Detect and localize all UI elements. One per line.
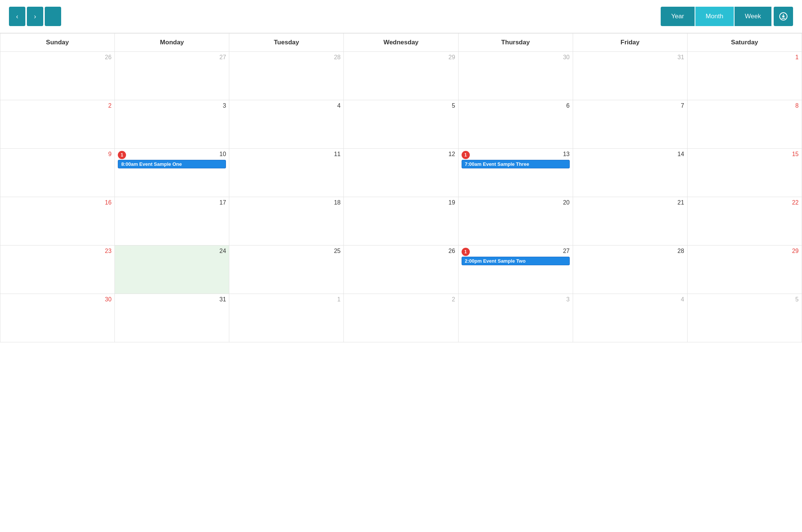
event-bar[interactable]: 7:00am Event Sample Three [462, 160, 570, 168]
day-number: 2 [3, 102, 111, 109]
day-number: 26 [3, 54, 111, 61]
calendar-cell[interactable]: 11 [229, 149, 344, 197]
calendar-cell[interactable]: 15 [687, 149, 802, 197]
day-number: 16 [3, 199, 111, 206]
day-header-thursday: Thursday [458, 34, 573, 52]
calendar-cell[interactable]: 26 [344, 246, 458, 294]
calendar-cell[interactable]: 12 [344, 149, 458, 197]
calendar-cell[interactable]: 3 [115, 100, 229, 149]
week-view-button[interactable]: Week [735, 7, 771, 26]
day-number: 9 [3, 151, 111, 158]
day-header-friday: Friday [573, 34, 687, 52]
calendar-cell[interactable]: 24 [115, 246, 229, 294]
day-number: 15 [691, 151, 799, 158]
day-header-tuesday: Tuesday [229, 34, 344, 52]
day-number: 3 [118, 102, 226, 109]
day-number: 19 [347, 199, 455, 206]
day-number: 13 [462, 151, 570, 158]
calendar-cell[interactable]: 22 [687, 197, 802, 246]
calendar-cell[interactable]: 1 [687, 52, 802, 100]
day-number: 30 [3, 296, 111, 303]
calendar-cell[interactable]: 2 [344, 294, 458, 342]
calendar-cell[interactable]: 21 [573, 197, 687, 246]
event-count-badge: 1 [462, 151, 470, 159]
next-button[interactable]: › [27, 7, 43, 26]
nav-controls: ‹ › [9, 7, 61, 26]
calendar-week-2: 91018:00am Event Sample One11121317:00am… [0, 149, 802, 197]
day-number: 6 [462, 102, 570, 109]
calendar-cell[interactable]: 25 [229, 246, 344, 294]
day-number: 31 [118, 296, 226, 303]
calendar-cell[interactable]: 8 [687, 100, 802, 149]
calendar-cell[interactable]: 9 [0, 149, 115, 197]
download-button[interactable] [774, 7, 793, 26]
event-bar[interactable]: 8:00am Event Sample One [118, 160, 226, 168]
calendar-cell[interactable]: 17 [115, 197, 229, 246]
day-number: 29 [691, 248, 799, 254]
calendar-cell[interactable]: 28 [229, 52, 344, 100]
day-header-wednesday: Wednesday [344, 34, 458, 52]
calendar-week-3: 16171819202122 [0, 197, 802, 246]
calendar-cell[interactable]: 4 [229, 100, 344, 149]
calendar-cell[interactable]: 27 [115, 52, 229, 100]
calendar-cell[interactable]: 26 [0, 52, 115, 100]
day-number: 18 [232, 199, 340, 206]
calendar-cell[interactable]: 6 [458, 100, 573, 149]
day-number: 24 [118, 248, 226, 254]
day-number: 2 [347, 296, 455, 303]
day-number: 22 [691, 199, 799, 206]
day-header-monday: Monday [115, 34, 229, 52]
calendar-cell[interactable]: 30 [458, 52, 573, 100]
calendar-cell[interactable]: 29 [687, 246, 802, 294]
day-number: 20 [462, 199, 570, 206]
today-button[interactable] [45, 7, 61, 26]
calendar-cell[interactable]: 28 [573, 246, 687, 294]
calendar-cell[interactable]: 4 [573, 294, 687, 342]
calendar-cell[interactable]: 29 [344, 52, 458, 100]
calendar-cell[interactable]: 1317:00am Event Sample Three [458, 149, 573, 197]
calendar-cell[interactable]: 5 [344, 100, 458, 149]
calendar-week-5: 303112345 [0, 294, 802, 342]
calendar-cell[interactable]: 1 [229, 294, 344, 342]
calendar-cell[interactable]: 18 [229, 197, 344, 246]
calendar-cell[interactable]: 20 [458, 197, 573, 246]
year-view-button[interactable]: Year [661, 7, 694, 26]
calendar-week-0: 2627282930311 [0, 52, 802, 100]
calendar-cell[interactable]: 2712:00pm Event Sample Two [458, 246, 573, 294]
day-number: 7 [576, 102, 684, 109]
calendar-cell[interactable]: 2 [0, 100, 115, 149]
day-number: 27 [118, 54, 226, 61]
view-controls: Year Month Week [661, 7, 793, 26]
calendar-cell[interactable]: 5 [687, 294, 802, 342]
day-number: 4 [232, 102, 340, 109]
day-number: 14 [576, 151, 684, 158]
event-count-badge: 1 [118, 151, 126, 159]
calendar-cell[interactable]: 30 [0, 294, 115, 342]
day-number: 26 [347, 248, 455, 254]
toolbar: ‹ › Year Month Week [0, 0, 802, 33]
calendar-cell[interactable]: 1018:00am Event Sample One [115, 149, 229, 197]
day-header-saturday: Saturday [687, 34, 802, 52]
day-number: 12 [347, 151, 455, 158]
day-number: 4 [576, 296, 684, 303]
day-number: 8 [691, 102, 799, 109]
calendar-cell[interactable]: 19 [344, 197, 458, 246]
day-header-sunday: Sunday [0, 34, 115, 52]
event-bar[interactable]: 2:00pm Event Sample Two [462, 257, 570, 265]
day-number: 27 [462, 248, 570, 254]
month-view-button[interactable]: Month [695, 7, 734, 26]
calendar-cell[interactable]: 7 [573, 100, 687, 149]
calendar-cell[interactable]: 16 [0, 197, 115, 246]
day-number: 11 [232, 151, 340, 158]
calendar-table: SundayMondayTuesdayWednesdayThursdayFrid… [0, 33, 802, 342]
day-number: 30 [462, 54, 570, 61]
calendar-cell[interactable]: 23 [0, 246, 115, 294]
calendar-cell[interactable]: 14 [573, 149, 687, 197]
calendar-cell[interactable]: 31 [115, 294, 229, 342]
day-number: 28 [232, 54, 340, 61]
day-number: 21 [576, 199, 684, 206]
day-number: 3 [462, 296, 570, 303]
prev-button[interactable]: ‹ [9, 7, 25, 26]
calendar-cell[interactable]: 31 [573, 52, 687, 100]
calendar-cell[interactable]: 3 [458, 294, 573, 342]
